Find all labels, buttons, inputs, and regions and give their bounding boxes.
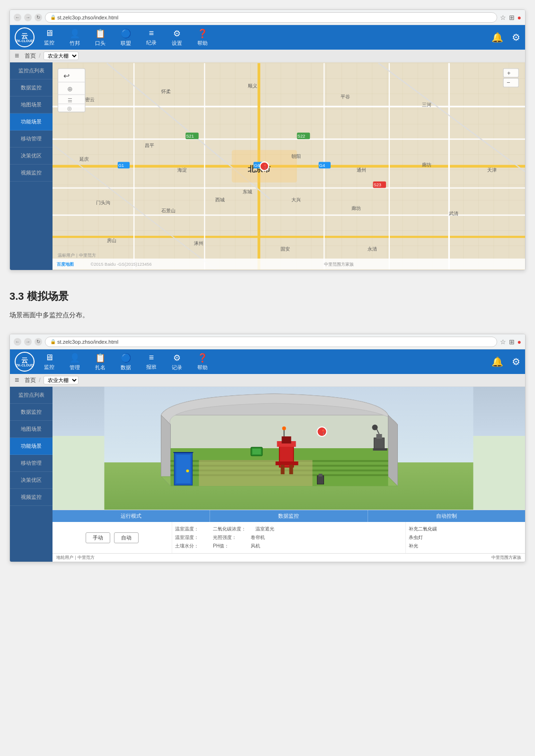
svg-text:西城: 西城 — [215, 197, 225, 202]
back-button[interactable]: ← — [14, 14, 21, 21]
svg-marker-77 — [161, 415, 171, 486]
close-button-icon-2[interactable]: ● — [517, 338, 521, 346]
nav-item-record[interactable]: ≡ 纪录 — [140, 26, 162, 48]
manual-mode-button[interactable]: 手动 — [86, 532, 110, 543]
hamburger-icon[interactable]: ≡ — [15, 52, 19, 60]
help-icon: ❓ — [197, 28, 208, 39]
data-row-3: 土壤水分： PH值： 风机 — [175, 542, 403, 550]
nav-item-user[interactable]: 👤 竹邦 — [64, 26, 86, 49]
logo: 云 ZK-CLOUD — [15, 27, 35, 47]
svg-text:昌平: 昌平 — [145, 143, 154, 148]
svg-rect-99 — [377, 434, 382, 439]
nav-label-record: 纪录 — [146, 39, 157, 46]
hamburger-icon-2[interactable]: ≡ — [15, 376, 19, 384]
svg-rect-66 — [503, 78, 518, 87]
svg-text:S22: S22 — [298, 134, 305, 139]
sidebar-item-monitor-list-2[interactable]: 监控点列表 — [10, 387, 53, 404]
svg-text:G1: G1 — [118, 163, 124, 168]
class-icon-2: ≡ — [149, 353, 154, 363]
sidebar-item-data-monitor-2[interactable]: 数据监控 — [10, 404, 53, 421]
nav-item-help-2[interactable]: ❓ 帮助 — [192, 351, 213, 373]
svg-text:门头沟: 门头沟 — [96, 200, 110, 205]
svg-text:中里范围方家族: 中里范围方家族 — [324, 262, 354, 267]
app-layout-1: 云 ZK-CLOUD 🖥 监控 👤 竹邦 📋 口头 🔵 联盟 ≡ — [10, 25, 525, 270]
bottom-section-header-auto: 自动控制 — [368, 510, 525, 522]
alert-bell-icon-2[interactable]: 🔔 — [491, 356, 503, 367]
temp-label: 温室温度： — [175, 526, 203, 532]
refresh-button-2[interactable]: ↻ — [35, 338, 42, 346]
sidebar-item-mobile-2[interactable]: 移动管理 — [10, 455, 53, 472]
auto-row-2: 杀虫灯 — [409, 533, 522, 542]
nav-item-record-2[interactable]: ⚙ 记录 — [166, 351, 188, 373]
star-button[interactable]: ☆ — [500, 14, 506, 21]
nav-settings-icon-2[interactable]: ⚙ — [512, 356, 520, 367]
auto-mode-button[interactable]: 自动 — [114, 532, 139, 543]
svg-rect-86 — [176, 455, 191, 483]
bottom-section-header-data: 数据监控 — [210, 510, 368, 522]
breadcrumb-select[interactable]: 农业大棚 — [44, 52, 79, 60]
close-button-icon[interactable]: ● — [517, 14, 521, 21]
svg-text:S21: S21 — [186, 134, 193, 139]
supplement-light-label: 补光 — [409, 543, 418, 549]
nav-item-monitor[interactable]: 🖥 监控 — [38, 26, 60, 48]
sidebar-item-video[interactable]: 视频监控 — [10, 165, 53, 182]
scene-container: 📍 运行模式 — [53, 387, 525, 562]
breadcrumb-select-2[interactable]: 农业大棚 — [44, 376, 79, 384]
svg-text:大兴: 大兴 — [291, 197, 301, 202]
co2-supplement-label: 补充二氧化碳 — [409, 526, 437, 532]
nav-item-monitor-2[interactable]: 🖥 监控 — [38, 351, 60, 373]
window-menu-button[interactable]: ⊞ — [509, 14, 515, 21]
svg-rect-92 — [282, 436, 291, 443]
svg-text:永清: 永清 — [368, 246, 377, 252]
nav-item-data-2[interactable]: 🔵 数据 — [115, 351, 137, 373]
window-menu-button-2[interactable]: ⊞ — [509, 338, 515, 346]
alert-bell-icon[interactable]: 🔔 — [491, 32, 503, 43]
url-bar-2[interactable]: 🔒 st.zelc3op.zhso/index.html — [45, 337, 497, 347]
section-heading: 3.3 模拟场景 — [9, 289, 526, 304]
sidebar-item-map-scene-2[interactable]: 地图场景 — [10, 421, 53, 438]
nav-settings-icon[interactable]: ⚙ — [512, 32, 520, 43]
back-button-2[interactable]: ← — [14, 338, 21, 346]
logo-2: 云 ZK-CLOUD — [15, 352, 35, 372]
nav-item-report[interactable]: 📋 口头 — [89, 26, 111, 49]
nav-item-settings[interactable]: ⚙ 设置 — [166, 26, 188, 49]
sidebar-item-mobile[interactable]: 移动管理 — [10, 130, 53, 148]
svg-point-88 — [186, 469, 189, 472]
nav-label-help: 帮助 — [197, 40, 208, 47]
forward-button[interactable]: → — [24, 14, 32, 21]
svg-text:房山: 房山 — [107, 238, 116, 243]
sidebar-item-data-monitor[interactable]: 数据监控 — [10, 79, 53, 96]
nav-item-register-2[interactable]: 📋 扎名 — [89, 351, 111, 373]
star-button-2[interactable]: ☆ — [500, 338, 506, 346]
sidebar-item-map-scene[interactable]: 地图场景 — [10, 96, 53, 113]
svg-rect-87 — [174, 452, 193, 453]
nav-label-record-2: 记录 — [172, 364, 182, 371]
sidebar-item-video-2[interactable]: 视频监控 — [10, 489, 53, 506]
nav-label-data-2: 数据 — [121, 364, 131, 371]
url-bar[interactable]: 🔒 st.zelc3op.zhso/index.html — [45, 12, 497, 23]
monitor-icon: 🖥 — [45, 28, 53, 38]
svg-rect-98 — [374, 438, 385, 450]
sidebar-item-decision-2[interactable]: 决策优区 — [10, 472, 53, 489]
data-icon-2: 🔵 — [121, 353, 131, 363]
forward-button-2[interactable]: → — [24, 338, 32, 346]
sidebar-item-function-scene-2[interactable]: 功能场景 — [10, 438, 53, 455]
svg-text:G4: G4 — [319, 163, 325, 168]
humidity-label: 温室湿度： — [175, 534, 203, 541]
sidebar-item-monitor-list[interactable]: 监控点列表 — [10, 62, 53, 79]
logo-text-2: 云 — [16, 357, 34, 364]
browser-icon-group-2: ☆ ⊞ ● — [500, 338, 521, 346]
status-left-2: 地轮用户｜中里范方 — [56, 555, 95, 561]
sidebar-item-decision[interactable]: 决策优区 — [10, 148, 53, 165]
app-layout-2: 云 ZK-CLOUD 🖥 监控 👤 管理 📋 扎名 🔵 数据 ≡ — [10, 349, 525, 562]
nav-item-help[interactable]: ❓ 帮助 — [192, 26, 213, 49]
nav-item-alliance[interactable]: 🔵 联盟 — [115, 26, 137, 49]
sidebar-item-function-scene[interactable]: 功能场景 — [10, 113, 53, 130]
nav-item-class-2[interactable]: ≡ 报班 — [140, 351, 162, 373]
curtain-label: 卷帘机 — [251, 534, 279, 541]
logo-text: 云 — [16, 33, 34, 39]
nav-item-manage-2[interactable]: 👤 管理 — [64, 351, 86, 373]
status-right-2: 中里范围方家族 — [491, 555, 521, 561]
settings-icon: ⚙ — [173, 28, 181, 39]
refresh-button[interactable]: ↻ — [35, 14, 42, 21]
